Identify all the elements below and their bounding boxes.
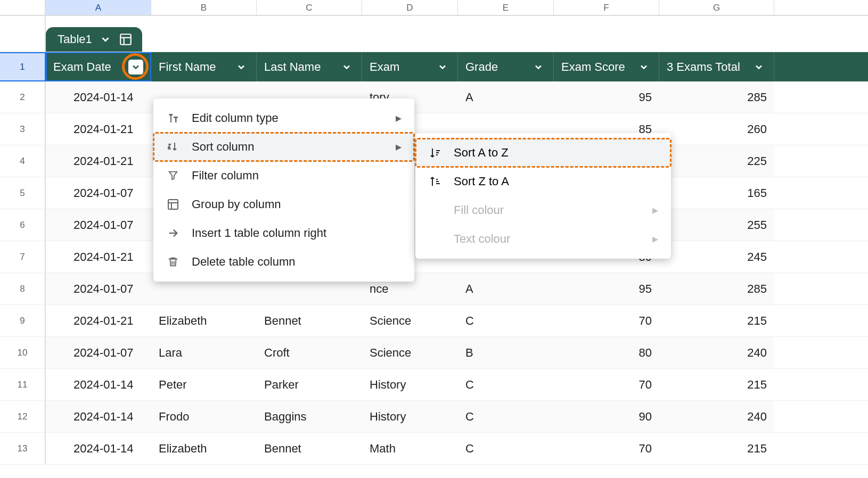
cell-exam-date[interactable]: 2024-01-07	[46, 209, 151, 241]
cell-grade[interactable]: C	[458, 305, 554, 336]
header-exam-date[interactable]: Exam Date	[46, 52, 151, 81]
cell-last-name[interactable]: Parker	[257, 369, 362, 400]
cell-3-exams-total[interactable]: 240	[659, 337, 774, 368]
table-grid-icon[interactable]	[119, 32, 133, 46]
cell-first-name[interactable]: Frodo	[151, 401, 257, 432]
cell-3-exams-total[interactable]: 215	[659, 433, 774, 464]
table-name-chip[interactable]: Table1	[46, 27, 142, 52]
row-number[interactable]: 2	[0, 81, 46, 113]
row-number[interactable]: 3	[0, 113, 46, 145]
cell-3-exams-total[interactable]: 240	[659, 401, 774, 432]
cell-exam[interactable]: Science	[362, 337, 458, 368]
cell-exam-score[interactable]: 80	[554, 337, 659, 368]
row-number[interactable]: 9	[0, 305, 46, 336]
header-grade[interactable]: Grade	[458, 52, 554, 81]
chevron-down-icon[interactable]	[339, 60, 354, 75]
cell-exam-date[interactable]: 2024-01-07	[46, 273, 151, 304]
cell-3-exams-total[interactable]: 285	[659, 273, 774, 304]
chevron-down-icon[interactable]	[100, 34, 111, 45]
cell-exam-date[interactable]: 2024-01-21	[46, 241, 151, 273]
header-3-exams-total[interactable]: 3 Exams Total	[659, 52, 774, 81]
cell-exam[interactable]: History	[362, 369, 458, 400]
header-exam[interactable]: Exam	[362, 52, 458, 81]
col-header-f[interactable]: F	[554, 0, 659, 15]
cell-grade[interactable]: C	[458, 433, 554, 464]
cell-3-exams-total[interactable]: 260	[659, 113, 774, 145]
cell-first-name[interactable]: Elizabeth	[151, 433, 257, 464]
row-number[interactable]: 6	[0, 209, 46, 241]
col-header-d[interactable]: D	[362, 0, 458, 15]
cell-exam[interactable]: Math	[362, 433, 458, 464]
cell-grade[interactable]: C	[458, 401, 554, 432]
cell-3-exams-total[interactable]: 215	[659, 305, 774, 336]
header-exam-score[interactable]: Exam Score	[554, 52, 659, 81]
chevron-down-icon[interactable]	[531, 60, 546, 75]
cell-3-exams-total[interactable]: 255	[659, 209, 774, 241]
row-number[interactable]: 7	[0, 241, 46, 273]
chevron-down-icon[interactable]	[636, 60, 651, 75]
menu-sort-column[interactable]: Sort column ▸	[153, 133, 414, 161]
cell-exam-score[interactable]: 90	[554, 401, 659, 432]
col-header-c[interactable]: C	[257, 0, 362, 15]
cell-exam-date[interactable]: 2024-01-14	[46, 433, 151, 464]
row-number[interactable]: 5	[0, 177, 46, 209]
chevron-down-icon[interactable]	[435, 60, 450, 75]
menu-insert-column-right[interactable]: Insert 1 table column right	[153, 219, 414, 248]
row-number[interactable]: 12	[0, 401, 46, 432]
cell-3-exams-total[interactable]: 285	[659, 81, 774, 113]
cell-exam-date[interactable]: 2024-01-21	[46, 305, 151, 336]
row-number-blank[interactable]	[0, 16, 46, 52]
cell-grade[interactable]: A	[458, 81, 554, 113]
submenu-sort-z-to-a[interactable]: Sort Z to A	[415, 167, 671, 196]
cell-exam[interactable]: Science	[362, 305, 458, 336]
cell-3-exams-total[interactable]: 165	[659, 177, 774, 209]
cell-exam-date[interactable]: 2024-01-07	[46, 337, 151, 368]
cell-3-exams-total[interactable]: 245	[659, 241, 774, 273]
cell-exam-score[interactable]: 70	[554, 305, 659, 336]
row-number[interactable]: 11	[0, 369, 46, 400]
column-menu-dropdown[interactable]	[128, 60, 143, 75]
header-first-name[interactable]: First Name	[151, 52, 257, 81]
row-number[interactable]: 13	[0, 433, 46, 464]
cell-exam-date[interactable]: 2024-01-14	[46, 401, 151, 432]
col-header-a[interactable]: A	[46, 0, 151, 15]
cell-exam-date[interactable]: 2024-01-21	[46, 145, 151, 177]
cell-grade[interactable]: C	[458, 369, 554, 400]
cell-exam-date[interactable]: 2024-01-21	[46, 113, 151, 145]
chevron-down-icon[interactable]	[234, 60, 249, 75]
cell-last-name[interactable]: Bennet	[257, 305, 362, 336]
menu-group-by-column[interactable]: Group by column	[153, 190, 414, 219]
cell-exam-score[interactable]: 95	[554, 273, 659, 304]
row-number[interactable]: 4	[0, 145, 46, 177]
cell-exam-date[interactable]: 2024-01-07	[46, 177, 151, 209]
col-header-b[interactable]: B	[151, 0, 257, 15]
corner-cell[interactable]	[0, 0, 46, 15]
cell-exam-score[interactable]: 70	[554, 433, 659, 464]
cell-first-name[interactable]: Lara	[151, 337, 257, 368]
submenu-sort-a-to-z[interactable]: Sort A to Z	[415, 138, 671, 167]
menu-filter-column[interactable]: Filter column	[153, 161, 414, 190]
cell-grade[interactable]: B	[458, 337, 554, 368]
cell-exam-date[interactable]: 2024-01-14	[46, 81, 151, 113]
cell-3-exams-total[interactable]: 215	[659, 369, 774, 400]
cell-last-name[interactable]: Baggins	[257, 401, 362, 432]
row-number-1[interactable]: 1	[0, 52, 46, 81]
cell-3-exams-total[interactable]: 225	[659, 145, 774, 177]
cell-grade[interactable]: A	[458, 273, 554, 304]
header-last-name[interactable]: Last Name	[257, 52, 362, 81]
cell-first-name[interactable]: Elizabeth	[151, 305, 257, 336]
cell-exam[interactable]: History	[362, 401, 458, 432]
cell-exam-date[interactable]: 2024-01-14	[46, 369, 151, 400]
chevron-down-icon[interactable]	[751, 60, 766, 75]
col-header-e[interactable]: E	[458, 0, 554, 15]
cell-exam-score[interactable]: 95	[554, 81, 659, 113]
menu-delete-table-column[interactable]: Delete table column	[153, 248, 414, 276]
cell-exam-score[interactable]: 70	[554, 369, 659, 400]
cell-last-name[interactable]: Croft	[257, 337, 362, 368]
row-number[interactable]: 10	[0, 337, 46, 368]
cell-first-name[interactable]: Peter	[151, 369, 257, 400]
cell-last-name[interactable]: Bennet	[257, 433, 362, 464]
menu-edit-column-type[interactable]: Edit column type ▸	[153, 104, 414, 133]
col-header-g[interactable]: G	[659, 0, 774, 15]
row-number[interactable]: 8	[0, 273, 46, 304]
